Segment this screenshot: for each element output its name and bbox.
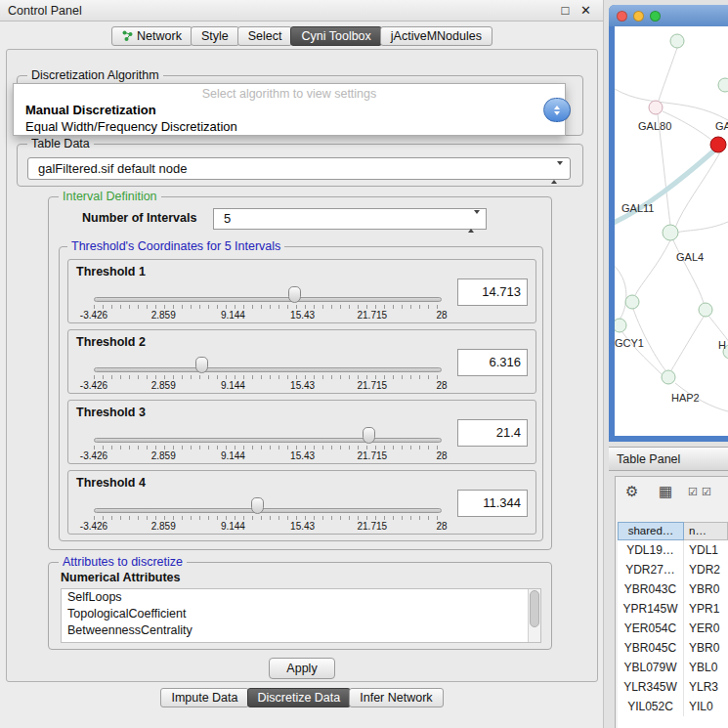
- threshold-label: Threshold 3: [76, 406, 146, 419]
- tab-label: Cyni Toolbox: [301, 29, 370, 43]
- minimize-button[interactable]: [633, 11, 644, 21]
- table-panel-header: Table Panel: [609, 447, 728, 471]
- node[interactable]: [663, 225, 678, 240]
- cell[interactable]: YER054C: [618, 619, 684, 638]
- cell[interactable]: YDL1: [684, 540, 728, 560]
- cell[interactable]: YBR0: [684, 638, 728, 658]
- node[interactable]: [670, 34, 684, 48]
- list-item[interactable]: BetweennessCentrality: [62, 622, 540, 639]
- cell[interactable]: YPR1: [684, 599, 728, 619]
- threshold-4-slider[interactable]: -3.426 2.859 9.144 15.43 21.715 28: [94, 494, 442, 534]
- node-label: GA: [715, 120, 728, 132]
- cell[interactable]: YBL079W: [618, 658, 684, 677]
- cell[interactable]: YBR045C: [618, 638, 684, 658]
- number-of-intervals-spinner[interactable]: 5: [213, 208, 487, 230]
- slider-thumb[interactable]: [363, 427, 375, 444]
- tab-impute-data[interactable]: Impute Data: [160, 688, 248, 707]
- close-icon[interactable]: ✕: [580, 3, 591, 18]
- dropdown-item-equal-width[interactable]: Equal Width/Frequency Discretization: [14, 119, 565, 134]
- threshold-2-slider[interactable]: -3.426 2.859 9.144 15.43 21.715 28: [94, 354, 442, 393]
- table-row[interactable]: YBR045CYBR0: [618, 638, 728, 658]
- table-row[interactable]: YDL19…YDL1: [618, 540, 728, 560]
- cell[interactable]: YLR345W: [618, 677, 684, 697]
- network-canvas[interactable]: GAL80 GA GAL11 GAL4 GCY1 HAP2 H: [615, 26, 728, 436]
- tab-network[interactable]: Network: [111, 26, 193, 46]
- apply-button[interactable]: Apply: [269, 658, 335, 679]
- restore-icon[interactable]: □: [562, 3, 570, 18]
- threshold-label: Threshold 4: [76, 476, 146, 490]
- table-row[interactable]: YBR043CYBR0: [618, 579, 728, 599]
- column-header-name[interactable]: n…: [684, 522, 728, 540]
- cell[interactable]: YDR2: [684, 560, 728, 579]
- column-header-shared-name[interactable]: shared…: [618, 522, 684, 540]
- columns-icon[interactable]: ▦: [659, 483, 672, 500]
- cell[interactable]: YBL0: [684, 658, 728, 677]
- threshold-3-value-field[interactable]: 21.4: [457, 419, 528, 447]
- selected-node-red[interactable]: [710, 137, 726, 152]
- slider-track[interactable]: [94, 367, 442, 372]
- table-data-combobox[interactable]: galFiltered.sif default node: [27, 157, 571, 180]
- threshold-4-value-field[interactable]: 11.344: [457, 490, 528, 517]
- node[interactable]: [625, 295, 639, 309]
- cell[interactable]: YIL0: [684, 697, 728, 716]
- cell[interactable]: YDL19…: [618, 540, 684, 560]
- list-item[interactable]: TopologicalCoefficient: [62, 606, 540, 622]
- node[interactable]: [662, 370, 675, 384]
- threshold-3-slider[interactable]: -3.426 2.859 9.144 15.43 21.715 28: [94, 424, 442, 463]
- dropdown-item-manual-discretization[interactable]: Manual Discretization: [14, 103, 565, 117]
- scrollbar-thumb[interactable]: [530, 590, 539, 627]
- table-row[interactable]: YBL079WYBL0: [618, 658, 728, 677]
- tab-select[interactable]: Select: [237, 26, 293, 46]
- tab-label: Discretize Data: [258, 691, 341, 705]
- slider-track[interactable]: [94, 297, 442, 302]
- node[interactable]: [718, 78, 728, 92]
- node-label: GAL80: [638, 120, 671, 132]
- tab-style[interactable]: Style: [191, 26, 239, 46]
- app-screen: Control Panel □ ✕ NetworkStyleSelectCyni…: [0, 0, 728, 728]
- slider-thumb[interactable]: [251, 497, 264, 514]
- threshold-1-slider[interactable]: -3.426 2.859 9.144 15.43 21.715 28: [94, 283, 442, 322]
- cell[interactable]: YIL052C: [618, 697, 684, 716]
- table-row[interactable]: YIL052CYIL0: [618, 697, 728, 716]
- cell[interactable]: YLR3: [684, 677, 728, 697]
- threshold-1-panel: Threshold 1 -3.426 2.859 9.144 15.43 21.…: [67, 259, 536, 323]
- table-row[interactable]: YLR345WYLR3: [618, 677, 728, 697]
- table-row[interactable]: YER054CYER0: [618, 619, 728, 638]
- tab-label: Style: [201, 29, 229, 43]
- number-of-intervals-label: Number of Intervals: [82, 211, 196, 225]
- tab-infer-network[interactable]: Infer Network: [349, 688, 443, 707]
- tab-cyni-toolbox[interactable]: Cyni Toolbox: [290, 26, 381, 46]
- node[interactable]: [649, 101, 663, 114]
- zoom-button[interactable]: [650, 11, 661, 21]
- cell[interactable]: YBR0: [684, 579, 728, 599]
- numerical-attributes-list[interactable]: SelfLoops TopologicalCoefficient Between…: [61, 588, 541, 643]
- spinner-arrows-icon[interactable]: [468, 212, 480, 232]
- cell[interactable]: YER0: [684, 619, 728, 638]
- node[interactable]: [699, 303, 712, 317]
- slider-track[interactable]: [94, 438, 442, 443]
- cell[interactable]: YPR145W: [618, 599, 684, 619]
- tab-label: jActiveMNodules: [391, 29, 482, 43]
- tab-jactivemnodules[interactable]: jActiveMNodules: [380, 26, 492, 46]
- slider-track[interactable]: [94, 508, 442, 513]
- cell[interactable]: YBR043C: [618, 579, 684, 599]
- slider-thumb[interactable]: [195, 357, 208, 373]
- tab-discretize-data[interactable]: Discretize Data: [247, 688, 352, 707]
- list-item[interactable]: SelfLoops: [62, 589, 540, 606]
- threshold-2-value-field[interactable]: 6.316: [457, 349, 528, 376]
- threshold-label: Threshold 1: [76, 265, 146, 278]
- select-all-icon[interactable]: ☑: [688, 486, 698, 498]
- gear-icon[interactable]: ⚙: [625, 483, 638, 500]
- table-row[interactable]: YPR145WYPR1: [618, 599, 728, 619]
- combobox-arrows-icon[interactable]: [543, 98, 571, 122]
- tab-label: Infer Network: [360, 691, 432, 705]
- select-none-icon[interactable]: ☑: [702, 486, 711, 498]
- cell[interactable]: YDR27…: [618, 560, 684, 579]
- tick-label: 9.144: [221, 521, 245, 532]
- node[interactable]: [615, 319, 626, 332]
- list-scrollbar[interactable]: [528, 589, 540, 642]
- close-button[interactable]: [617, 11, 627, 21]
- table-row[interactable]: YDR27…YDR2: [618, 560, 728, 579]
- threshold-1-value-field[interactable]: 14.713: [457, 278, 528, 306]
- slider-thumb[interactable]: [288, 286, 301, 303]
